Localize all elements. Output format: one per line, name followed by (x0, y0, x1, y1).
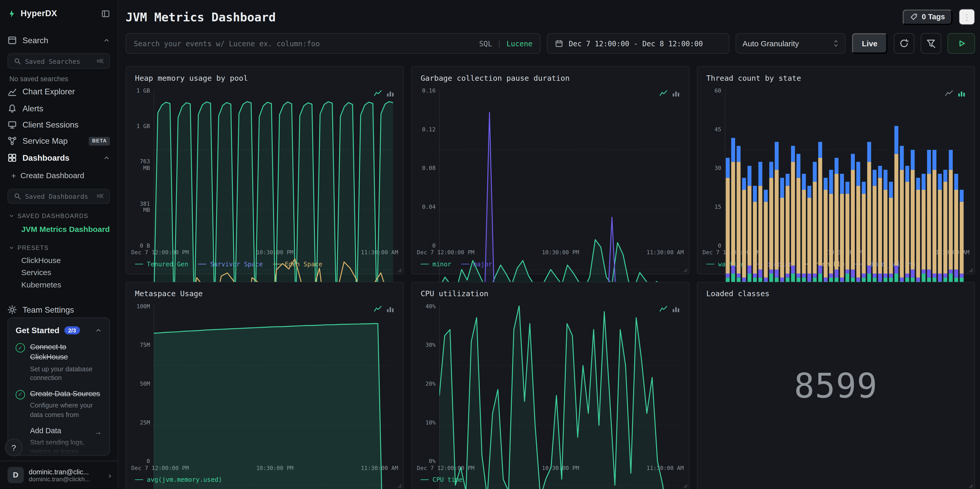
help-button[interactable]: ? (5, 439, 22, 456)
get-started-task[interactable]: Add Data Start sending logs, metrics or … (16, 426, 102, 455)
magnifier-icon (14, 57, 21, 65)
line-chart-icon[interactable] (945, 89, 953, 98)
user-menu[interactable]: D dominic.tran@clic... dominic.tran@clic… (0, 461, 118, 489)
chevron-up-icon[interactable] (103, 37, 110, 44)
refresh-button[interactable] (894, 33, 914, 54)
kebab-icon: ⋮ (963, 12, 971, 21)
bar-chart-icon[interactable] (386, 305, 395, 313)
shortcut-badge: ⌘K (97, 57, 104, 65)
play-icon (957, 39, 966, 48)
more-options-button[interactable]: ⋮ (959, 9, 975, 25)
page-title: JVM Metrics Dashboard (126, 10, 276, 24)
get-started-title: Get Started (16, 326, 59, 335)
app-window: HyperDX Search ⌘K No saved searches (0, 0, 980, 489)
task-subtitle: Start sending logs, metrics or traces (30, 438, 89, 456)
query-toolbar: SQL | Lucene Dec 7 12:00:00 - Dec 8 12:0… (126, 33, 975, 54)
y-axis-ticks: 0.160.120.080.040 (417, 88, 436, 248)
chevron-up-icon[interactable] (95, 327, 102, 334)
line-chart-icon[interactable] (374, 89, 382, 98)
y-tick: 45 (714, 126, 721, 133)
y-tick: 0 (718, 242, 721, 248)
line-chart-icon[interactable] (659, 305, 668, 313)
resize-handle[interactable] (396, 482, 402, 488)
metric-value: 8599 (697, 298, 974, 489)
bar-chart-icon[interactable] (386, 89, 395, 98)
preset-link-services[interactable]: Services (8, 267, 110, 279)
plus-icon: + (11, 171, 16, 180)
sidebar-item-label: Team Settings (22, 305, 74, 314)
create-dashboard-button[interactable]: + Create Dashboard (8, 168, 110, 183)
resize-handle[interactable] (396, 266, 402, 272)
y-tick: 1 GB (137, 123, 150, 129)
gear-icon (8, 305, 17, 314)
chart-title: Heap memory usage by pool (126, 67, 403, 83)
y-tick: 0.16 (422, 88, 436, 94)
saved-dashboards-search[interactable]: ⌘K (8, 188, 110, 204)
presets-section-header[interactable]: PRESETS (9, 244, 110, 251)
event-search-bar[interactable]: SQL | Lucene (126, 33, 541, 54)
logo-row: HyperDX (8, 9, 110, 18)
sidebar-item-alerts[interactable]: Alerts (8, 100, 110, 116)
plot-area[interactable] (439, 306, 679, 489)
resize-handle[interactable] (967, 482, 973, 488)
get-started-task[interactable]: ✓ Create Data Sources Configure where yo… (16, 389, 102, 419)
y-axis-ticks: 100M75M50M25M0 (131, 303, 150, 464)
y-tick: 0.08 (422, 165, 436, 171)
section-label-text: PRESETS (18, 244, 49, 251)
granularity-select[interactable]: Auto Granularity (735, 33, 846, 54)
saved-dashboards-section-header[interactable]: SAVED DASHBOARDS (9, 213, 110, 220)
live-button[interactable]: Live (852, 33, 888, 54)
shortcut-badge: ⌘K (97, 193, 104, 200)
plot-area[interactable] (154, 306, 393, 489)
sidebar-item-label: Dashboards (22, 153, 70, 162)
magnifier-icon (14, 193, 21, 200)
y-tick: 0 B (140, 242, 150, 248)
y-tick: 25M (140, 419, 150, 426)
main-content: JVM Metrics Dashboard 0 Tags ⋮ SQL | (118, 0, 980, 489)
logo-text: HyperDX (21, 9, 57, 18)
tags-button[interactable]: 0 Tags (902, 9, 953, 25)
sidebar-item-dashboards[interactable]: Dashboards (8, 150, 110, 166)
resize-handle[interactable] (681, 266, 687, 272)
sidebar-collapse-button[interactable] (101, 9, 110, 18)
time-range-picker[interactable]: Dec 7 12:00:00 - Dec 8 12:00:00 (547, 33, 729, 54)
service-map-icon (8, 137, 17, 146)
lucene-mode-toggle[interactable]: Lucene (506, 39, 533, 48)
line-chart-icon[interactable] (659, 89, 668, 98)
mode-divider: | (497, 39, 501, 48)
chart-title: Garbage collection pause duration (412, 67, 689, 83)
sidebar-item-client-sessions[interactable]: Client Sessions (8, 116, 110, 133)
bar-chart-icon[interactable] (672, 89, 680, 98)
preset-link-clickhouse[interactable]: ClickHouse (8, 254, 110, 267)
sidebar-item-service-map[interactable]: Service Map BETA (8, 133, 110, 150)
y-tick: 0.12 (422, 126, 436, 133)
saved-searches-input[interactable] (25, 57, 93, 65)
sidebar-item-search[interactable]: Search (8, 32, 110, 48)
run-query-button[interactable] (948, 33, 975, 54)
y-tick: 100M (137, 303, 150, 309)
saved-searches-search[interactable]: ⌘K (8, 53, 110, 68)
task-subtitle: Set up your database connection (30, 364, 102, 382)
event-search-input[interactable] (134, 39, 473, 48)
preset-link-kubernetes[interactable]: Kubernetes (8, 279, 110, 291)
sidebar-item-chart-explorer[interactable]: Chart Explorer (8, 84, 110, 100)
y-tick: 0% (429, 458, 436, 464)
chart-panel-metaspace: Metaspace Usage 100M75M50M25M0 Dec 7 12:… (126, 282, 404, 489)
dashboard-grid: Heap memory usage by pool 1 GB1 GB763 MB… (126, 66, 975, 489)
filter-button[interactable] (921, 33, 941, 54)
resize-handle[interactable] (967, 266, 973, 272)
get-started-task[interactable]: ✓ Connect to ClickHouse Set up your data… (16, 343, 102, 382)
saved-dashboards-input[interactable] (25, 193, 93, 200)
sql-mode-toggle[interactable]: SQL (479, 39, 492, 48)
bell-icon (8, 104, 17, 113)
resize-handle[interactable] (681, 482, 687, 488)
bar-chart-icon[interactable] (672, 305, 680, 313)
sidebar-item-team-settings[interactable]: Team Settings (8, 301, 110, 318)
dashboard-link-jvm-metrics[interactable]: JVM Metrics Dashboard (8, 223, 110, 236)
line-chart-icon[interactable] (374, 305, 382, 313)
caret-down-icon (9, 213, 14, 219)
chart-panel-cpu: CPU utilization 40%30%20%10%0% Dec 7 12:… (411, 282, 689, 489)
y-tick: 40% (425, 303, 436, 309)
chevron-up-icon[interactable] (103, 154, 110, 161)
bar-chart-icon[interactable] (958, 89, 966, 98)
